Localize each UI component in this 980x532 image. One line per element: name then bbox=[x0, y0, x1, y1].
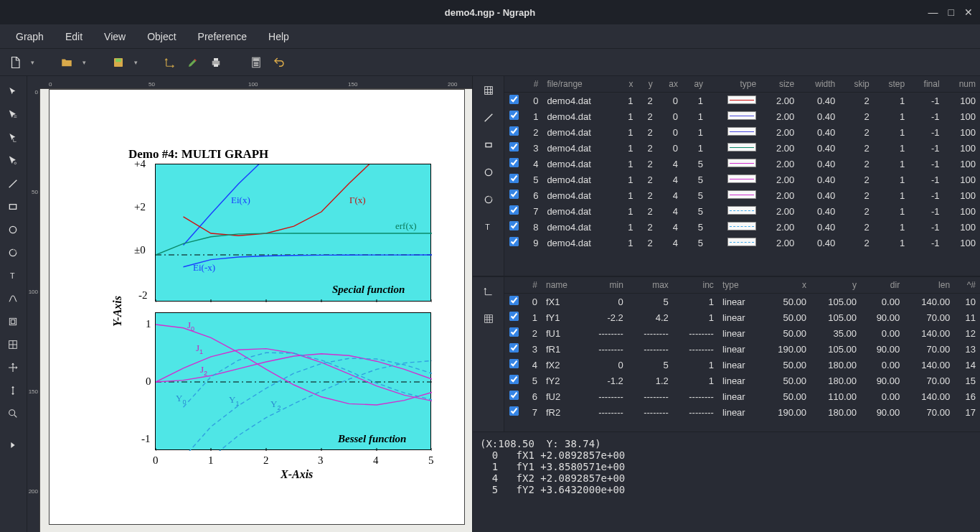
y-axis-label: Y-Axis bbox=[111, 296, 124, 327]
svg-rect-3 bbox=[214, 58, 218, 61]
axis-row[interactable]: 2fU1------------------------linear50.003… bbox=[504, 325, 980, 341]
tool-palette: T bbox=[0, 76, 27, 532]
row-checkbox[interactable] bbox=[509, 343, 519, 353]
file-row[interactable]: 2demo4.dat12012.000.4021-1100 bbox=[504, 124, 980, 140]
gauss-tool[interactable] bbox=[0, 287, 26, 310]
pointer-tool[interactable] bbox=[0, 80, 26, 103]
print-button[interactable] bbox=[205, 52, 227, 73]
draw-tool-button[interactable] bbox=[182, 52, 204, 73]
zoom-tool[interactable] bbox=[0, 402, 26, 425]
chart-2-svg bbox=[156, 313, 432, 451]
row-checkbox[interactable] bbox=[509, 142, 519, 151]
axis-row[interactable]: 3fR1------------------------linear190.00… bbox=[504, 341, 980, 357]
toolbar: ▾ ▾ ▾ bbox=[0, 49, 980, 76]
minimize-button[interactable]: — bbox=[928, 6, 938, 18]
tab-data-icon[interactable] bbox=[480, 82, 497, 99]
row-checkbox[interactable] bbox=[509, 205, 519, 215]
tab-rect-icon[interactable] bbox=[480, 136, 497, 154]
close-button[interactable]: ✕ bbox=[964, 6, 973, 18]
row-checkbox[interactable] bbox=[509, 174, 519, 183]
row-checkbox[interactable] bbox=[509, 359, 519, 368]
row-checkbox[interactable] bbox=[509, 111, 519, 120]
axis-pointer-tool[interactable] bbox=[0, 126, 26, 149]
axis-tool-button[interactable] bbox=[159, 52, 181, 73]
canvas-area: 050100150200 050100150200 Demo #4: MULTI… bbox=[27, 76, 472, 532]
cross-tool[interactable] bbox=[0, 356, 26, 379]
ytick: +4 bbox=[134, 158, 146, 170]
tab-grid-icon[interactable] bbox=[480, 310, 497, 327]
text-tool[interactable]: T bbox=[0, 264, 26, 287]
rect-tool[interactable] bbox=[0, 195, 26, 218]
row-checkbox[interactable] bbox=[509, 158, 519, 167]
graph-title: Demo #4: MULTI GRAPH bbox=[128, 147, 268, 162]
tab-circle-icon[interactable] bbox=[480, 164, 497, 181]
row-checkbox[interactable] bbox=[509, 327, 519, 337]
menu-preference[interactable]: Preference bbox=[188, 27, 257, 47]
maximize-button[interactable]: □ bbox=[948, 6, 954, 18]
file-row[interactable]: 6demo4.dat12452.000.4021-1100 bbox=[504, 187, 980, 203]
single-axis-tool[interactable] bbox=[0, 379, 26, 402]
row-checkbox[interactable] bbox=[509, 312, 519, 321]
circle-tool[interactable] bbox=[0, 218, 26, 241]
svg-point-15 bbox=[9, 226, 16, 233]
canvas[interactable]: Demo #4: MULTI GRAPH +4 +2 ±0 -2 Special… bbox=[40, 89, 472, 532]
ytick: +2 bbox=[134, 201, 146, 213]
menu-object[interactable]: Object bbox=[137, 27, 186, 47]
row-checkbox[interactable] bbox=[509, 237, 519, 246]
row-checkbox[interactable] bbox=[509, 375, 519, 384]
files-table[interactable]: #file/rangexyaxaytypesizewidthskipstepfi… bbox=[504, 76, 980, 276]
file-row[interactable]: 4demo4.dat12452.000.4021-1100 bbox=[504, 156, 980, 172]
new-file-dropdown[interactable]: ▾ bbox=[27, 59, 37, 66]
axis-row[interactable]: 5fY2-1.21.21linear50.00180.0090.0070.001… bbox=[504, 373, 980, 388]
axis-row[interactable]: 4fX2051linear50.00180.000.00140.0014 bbox=[504, 357, 980, 373]
ruler-vertical: 050100150200 bbox=[27, 89, 40, 532]
menu-edit[interactable]: Edit bbox=[55, 27, 93, 47]
row-checkbox[interactable] bbox=[509, 221, 519, 230]
axis-row[interactable]: 7fR2------------------------linear190.00… bbox=[504, 404, 980, 420]
svg-point-11 bbox=[255, 65, 257, 66]
row-checkbox[interactable] bbox=[509, 391, 519, 400]
row-checkbox[interactable] bbox=[509, 406, 519, 416]
file-row[interactable]: 8demo4.dat12452.000.4021-1100 bbox=[504, 219, 980, 235]
save-file-button[interactable] bbox=[108, 52, 129, 73]
svg-point-7 bbox=[254, 62, 255, 64]
menu-help[interactable]: Help bbox=[258, 27, 299, 47]
file-row[interactable]: 0demo4.dat12012.000.4021-1100 bbox=[504, 93, 980, 109]
xtick: 5 bbox=[428, 454, 434, 467]
data-pointer-tool[interactable] bbox=[0, 149, 26, 172]
axis-row[interactable]: 6fU2------------------------linear50.001… bbox=[504, 388, 980, 404]
new-file-button[interactable] bbox=[4, 52, 26, 73]
menu-view[interactable]: View bbox=[94, 27, 136, 47]
file-row[interactable]: 7demo4.dat12452.000.4021-1100 bbox=[504, 203, 980, 219]
calc-button[interactable] bbox=[245, 52, 267, 73]
axis-row[interactable]: 0fX1051linear50.00105.000.00140.0010 bbox=[504, 294, 980, 310]
xtick: 1 bbox=[208, 454, 214, 467]
tab-axis-icon[interactable] bbox=[480, 283, 497, 300]
legend-pointer-tool[interactable] bbox=[0, 103, 26, 126]
arc-tool[interactable] bbox=[0, 241, 26, 264]
svg-rect-1 bbox=[116, 58, 121, 62]
open-file-button[interactable] bbox=[56, 52, 77, 73]
row-checkbox[interactable] bbox=[509, 190, 519, 199]
undo-button[interactable] bbox=[268, 52, 290, 73]
open-file-dropdown[interactable]: ▾ bbox=[79, 59, 89, 66]
axes-table[interactable]: #nameminmaxinctypexydirlen^#0fX1051linea… bbox=[504, 277, 980, 431]
label-j2: J2 bbox=[200, 364, 207, 377]
axis-row[interactable]: 1fY1-2.24.21linear50.00105.0090.0070.001… bbox=[504, 309, 980, 325]
tab-line-icon[interactable] bbox=[480, 109, 497, 126]
file-row[interactable]: 9demo4.dat12452.000.4021-1100 bbox=[504, 235, 980, 251]
row-checkbox[interactable] bbox=[509, 296, 519, 305]
line-tool[interactable] bbox=[0, 172, 26, 195]
frame-tool[interactable] bbox=[0, 310, 26, 333]
tab-text-icon[interactable]: T bbox=[480, 218, 497, 235]
save-file-dropdown[interactable]: ▾ bbox=[131, 59, 141, 66]
row-checkbox[interactable] bbox=[509, 126, 519, 136]
file-row[interactable]: 5demo4.dat12452.000.4021-1100 bbox=[504, 172, 980, 187]
file-row[interactable]: 3demo4.dat12012.000.4021-1100 bbox=[504, 140, 980, 156]
section-tool[interactable] bbox=[0, 333, 26, 356]
row-checkbox[interactable] bbox=[509, 95, 519, 104]
file-row[interactable]: 1demo4.dat12012.000.4021-1100 bbox=[504, 108, 980, 124]
expand-palette-button[interactable] bbox=[0, 434, 26, 457]
tab-arc-icon[interactable] bbox=[480, 191, 497, 208]
menu-graph[interactable]: Graph bbox=[6, 27, 54, 47]
